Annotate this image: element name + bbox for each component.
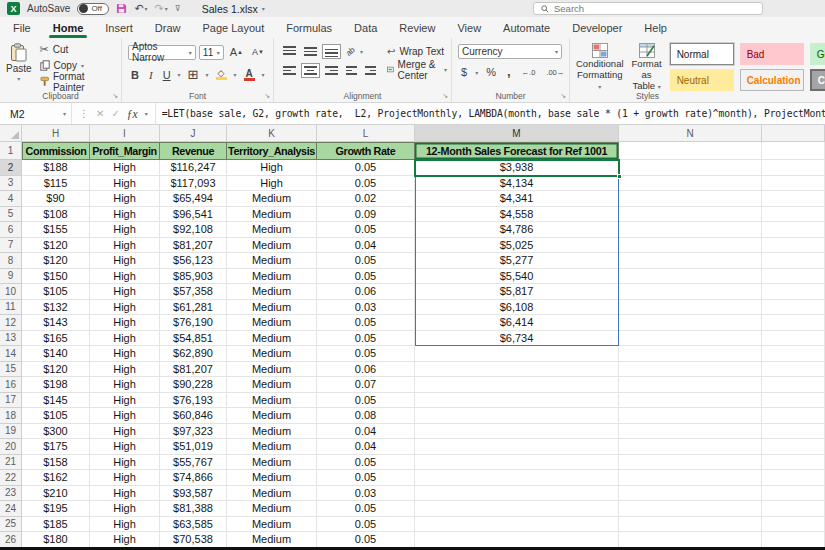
cell-J18[interactable]: $60,846 [160,408,227,424]
cell-K12[interactable]: Medium [227,315,317,331]
cell-I3[interactable]: High [90,176,160,192]
cell-M1[interactable]: 12-Month Sales Forecast for Ref 1001 [415,142,619,160]
cell-L4[interactable]: 0.02 [317,191,415,207]
cell-K6[interactable]: Medium [227,222,317,238]
cell-L13[interactable]: 0.05 [317,331,415,347]
cell-M21[interactable] [415,455,619,471]
italic-button[interactable]: I [146,67,156,83]
cell-O21[interactable] [762,455,825,471]
cell-N22[interactable] [619,470,762,486]
cell-I21[interactable]: High [90,455,160,471]
cell-K15[interactable]: Medium [227,362,317,378]
cell-O11[interactable] [762,300,825,316]
cell-K16[interactable]: Medium [227,377,317,393]
row-header-16[interactable]: 16 [0,377,22,393]
row-header-3[interactable]: 3 [0,176,22,192]
borders-button[interactable]: ⊞ [185,65,202,84]
cell-K23[interactable]: Medium [227,486,317,502]
clipboard-dialog-launcher[interactable]: ↘ [112,92,118,100]
cell-O16[interactable] [762,377,825,393]
font-size-combo[interactable]: 11 ▾ [199,45,224,60]
cell-J11[interactable]: $61,281 [160,300,227,316]
cell-O15[interactable] [762,362,825,378]
cell-N6[interactable] [619,222,762,238]
cell-O10[interactable] [762,284,825,300]
cell-J13[interactable]: $54,851 [160,331,227,347]
style-chip-good[interactable]: Good [810,43,825,65]
cell-K25[interactable]: Medium [227,517,317,533]
ribbon-tab-help[interactable]: Help [643,20,668,36]
autosave-toggle[interactable]: Off [77,3,109,15]
row-header-6[interactable]: 6 [0,222,22,238]
formula-input[interactable]: =LET(base_sale, G2, growth_rate, L2, Pro… [156,108,825,119]
ribbon-tab-file[interactable]: File [12,20,32,36]
cell-N17[interactable] [619,393,762,409]
cell-M6[interactable]: $4,786 [415,222,619,238]
cell-H10[interactable]: $105 [22,284,90,300]
cell-L10[interactable]: 0.06 [317,284,415,300]
insert-function-icon[interactable]: ƒx [127,108,138,120]
cell-I9[interactable]: High [90,269,160,285]
cell-H26[interactable]: $180 [22,532,90,548]
decrease-decimal-button[interactable]: .00→ [543,66,567,79]
conditional-formatting-button[interactable]: ConditionalFormatting ▾ [576,43,624,92]
cell-L9[interactable]: 0.05 [317,269,415,285]
cell-J24[interactable]: $81,388 [160,501,227,517]
cell-K8[interactable]: Medium [227,253,317,269]
cell-N4[interactable] [619,191,762,207]
cell-I15[interactable]: High [90,362,160,378]
wrap-text-button[interactable]: ↩ Wrap Text [387,45,447,58]
cell-N12[interactable] [619,315,762,331]
ribbon-tab-formulas[interactable]: Formulas [285,20,333,36]
cell-I4[interactable]: High [90,191,160,207]
number-format-combo[interactable]: Currency ▾ [458,44,562,59]
cell-J17[interactable]: $76,193 [160,393,227,409]
underline-button[interactable]: U [160,67,174,83]
cell-I18[interactable]: High [90,408,160,424]
cell-L25[interactable]: 0.05 [317,517,415,533]
cell-O5[interactable] [762,207,825,223]
percent-style-button[interactable]: % [483,64,499,80]
cell-I1[interactable]: Profit_Margin [90,142,160,160]
cell-H8[interactable]: $120 [22,253,90,269]
cell-L12[interactable]: 0.05 [317,315,415,331]
cell-N3[interactable] [619,176,762,192]
cell-M5[interactable]: $4,558 [415,207,619,223]
cell-J4[interactable]: $65,494 [160,191,227,207]
cell-M22[interactable] [415,470,619,486]
row-header-21[interactable]: 21 [0,455,22,471]
redo-button[interactable]: ↷▾ [155,2,168,15]
cell-M12[interactable]: $6,414 [415,315,619,331]
cell-K7[interactable]: Medium [227,238,317,254]
cell-O8[interactable] [762,253,825,269]
row-header-9[interactable]: 9 [0,269,22,285]
col-header-M[interactable]: M [415,125,619,142]
cell-N2[interactable] [619,160,762,176]
cell-O25[interactable] [762,517,825,533]
cell-I10[interactable]: High [90,284,160,300]
cell-M19[interactable] [415,424,619,440]
cell-H16[interactable]: $198 [22,377,90,393]
ribbon-tab-view[interactable]: View [456,20,482,36]
cell-M26[interactable] [415,532,619,548]
fill-color-button[interactable]: ◇ [213,67,230,82]
align-middle-button[interactable] [301,44,320,59]
cell-M7[interactable]: $5,025 [415,238,619,254]
cell-I6[interactable]: High [90,222,160,238]
cell-I23[interactable]: High [90,486,160,502]
cell-K24[interactable]: Medium [227,501,317,517]
cell-N16[interactable] [619,377,762,393]
col-header-partial[interactable] [762,125,825,142]
ribbon-tab-developer[interactable]: Developer [571,20,623,36]
cell-N5[interactable] [619,207,762,223]
cell-M4[interactable]: $4,341 [415,191,619,207]
align-bottom-button[interactable] [322,44,341,59]
cell-J1[interactable]: Revenue [160,142,227,160]
search-input[interactable] [554,3,734,14]
cell-H17[interactable]: $145 [22,393,90,409]
cell-H4[interactable]: $90 [22,191,90,207]
cell-I24[interactable]: High [90,501,160,517]
align-left-button[interactable] [280,63,299,78]
cell-N23[interactable] [619,486,762,502]
cut-button[interactable]: ✂ Cut [40,43,115,56]
